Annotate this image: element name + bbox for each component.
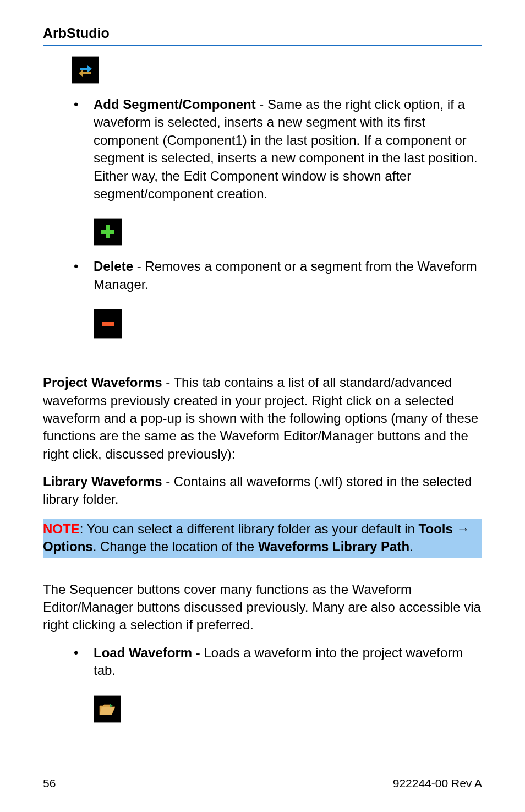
bullet-title: Delete: [94, 259, 133, 274]
note-text: .: [409, 539, 413, 554]
page-number: 56: [43, 777, 56, 790]
para-title: Project Waveforms: [43, 375, 162, 390]
footer-divider: [43, 773, 482, 773]
bullet-delete: Delete - Removes a component or a segmen…: [43, 258, 482, 293]
bullet-add-segment: Add Segment/Component - Same as the righ…: [43, 96, 482, 203]
page-footer: 56 922244-00 Rev A: [43, 773, 482, 790]
project-waveforms-para: Project Waveforms - This tab contains a …: [43, 374, 482, 463]
note-bold: Waveforms Library Path: [258, 539, 409, 554]
note-text: : You can select a different library fol…: [80, 521, 419, 536]
svg-rect-2: [102, 322, 114, 326]
plus-icon: [94, 218, 122, 246]
revision-label: 922244-00 Rev A: [393, 777, 482, 790]
bullet-title: Add Segment/Component: [94, 97, 256, 112]
bullet-text: - Same as the right click option, if a w…: [94, 97, 478, 201]
library-waveforms-para: Library Waveforms - Contains all wavefor…: [43, 473, 482, 509]
header-divider: [43, 45, 482, 46]
bullet-title: Load Waveform: [94, 645, 192, 660]
folder-open-icon: [94, 695, 121, 723]
para-title: Library Waveforms: [43, 474, 162, 489]
sequencer-para: The Sequencer buttons cover many functio…: [43, 581, 482, 634]
note-label: NOTE: [43, 521, 80, 536]
page-title: ArbStudio: [43, 25, 482, 41]
note-text: . Change the location of the: [93, 539, 258, 554]
svg-rect-1: [101, 230, 114, 234]
bullet-load-waveform: Load Waveform - Loads a waveform into th…: [43, 644, 482, 680]
bullet-text: - Removes a component or a segment from …: [94, 259, 477, 291]
swap-arrows-icon: [72, 56, 99, 84]
note-box: NOTE: You can select a different library…: [43, 519, 482, 558]
minus-icon: [94, 309, 122, 339]
